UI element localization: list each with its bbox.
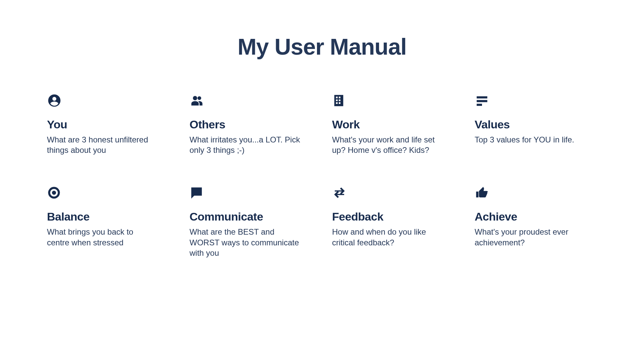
card-title: Communicate bbox=[190, 210, 310, 223]
card-desc: What irritates you...a LOT. Pick only 3 … bbox=[190, 134, 300, 155]
card-title: Balance bbox=[47, 210, 168, 223]
user-icon bbox=[47, 93, 62, 108]
card-others: Others What irritates you...a LOT. Pick … bbox=[190, 93, 310, 155]
card-desc: What are 3 honest unfiltered things abou… bbox=[47, 134, 158, 155]
card-desc: What are the BEST and WORST ways to comm… bbox=[190, 227, 300, 258]
card-desc: What's your proudest ever achievement? bbox=[475, 227, 585, 247]
building-icon bbox=[332, 93, 347, 108]
thumbs-up-icon bbox=[475, 185, 489, 200]
page-title: My User Manual bbox=[47, 34, 597, 60]
card-desc: How and when do you like critical feedba… bbox=[332, 227, 443, 247]
svg-rect-4 bbox=[477, 104, 482, 106]
card-title: Work bbox=[332, 118, 453, 131]
card-desc: Top 3 values for YOU in life. bbox=[475, 134, 585, 145]
card-title: Values bbox=[475, 118, 595, 131]
chat-icon bbox=[190, 185, 204, 200]
card-title: Achieve bbox=[475, 210, 595, 223]
svg-point-0 bbox=[193, 96, 197, 100]
target-icon bbox=[47, 185, 62, 200]
svg-rect-3 bbox=[477, 100, 487, 102]
card-title: Others bbox=[190, 118, 310, 131]
svg-rect-2 bbox=[477, 96, 487, 98]
card-work: Work What's your work and life set up? H… bbox=[332, 93, 453, 155]
list-icon bbox=[475, 93, 489, 108]
card-feedback: Feedback How and when do you like critic… bbox=[332, 185, 453, 258]
card-title: You bbox=[47, 118, 168, 131]
svg-point-1 bbox=[198, 96, 201, 100]
cards-grid: You What are 3 honest unfiltered things … bbox=[47, 93, 597, 258]
card-achieve: Achieve What's your proudest ever achiev… bbox=[475, 185, 595, 258]
card-desc: What brings you back to centre when stre… bbox=[47, 227, 158, 247]
card-values: Values Top 3 values for YOU in life. bbox=[475, 93, 595, 155]
card-you: You What are 3 honest unfiltered things … bbox=[47, 93, 168, 155]
card-desc: What's your work and life set up? Home v… bbox=[332, 134, 443, 155]
card-balance: Balance What brings you back to centre w… bbox=[47, 185, 168, 258]
group-icon bbox=[190, 93, 204, 108]
card-communicate: Communicate What are the BEST and WORST … bbox=[190, 185, 310, 258]
card-title: Feedback bbox=[332, 210, 453, 223]
swap-icon bbox=[332, 185, 347, 200]
